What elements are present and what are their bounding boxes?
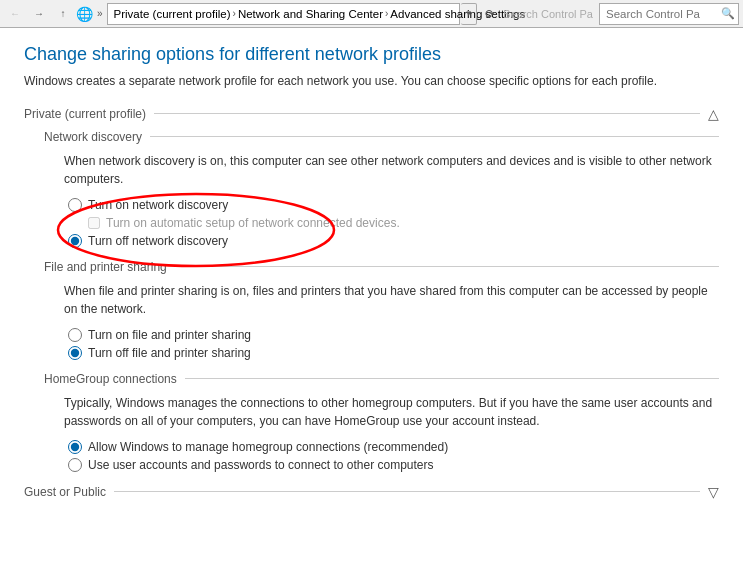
refresh-button[interactable]: ⟳	[479, 3, 501, 25]
hg-auto-label: Allow Windows to manage homegroup connec…	[88, 440, 448, 454]
section-private-chevron[interactable]: △	[708, 106, 719, 122]
main-content: Change sharing options for different net…	[0, 28, 743, 567]
homegroup-info: Typically, Windows manages the connectio…	[64, 394, 719, 430]
hg-manual-label: Use user accounts and passwords to conne…	[88, 458, 434, 472]
homegroup-label: HomeGroup connections	[44, 372, 177, 386]
breadcrumb-bar: Private (current profile) › Network and …	[107, 3, 461, 25]
nd-on-label: Turn on network discovery	[88, 198, 228, 212]
file-printer-line	[175, 266, 719, 267]
section-guest-line	[114, 491, 700, 492]
file-printer-radio-group: Turn on file and printer sharing Turn of…	[64, 328, 719, 360]
file-printer-body: When file and printer sharing is on, fil…	[44, 282, 719, 360]
nd-off-label: Turn off network discovery	[88, 234, 228, 248]
fps-off-option[interactable]: Turn off file and printer sharing	[68, 346, 719, 360]
network-discovery-line	[150, 136, 719, 137]
nd-on-radio[interactable]	[68, 198, 82, 212]
nd-off-option[interactable]: Turn off network discovery	[68, 234, 719, 248]
section-guest-header: Guest or Public ▽	[24, 484, 719, 500]
homegroup-line	[185, 378, 719, 379]
nd-auto-setup-label: Turn on automatic setup of network conne…	[106, 216, 400, 230]
file-printer-header: File and printer sharing	[44, 260, 719, 274]
forward-button[interactable]: →	[28, 3, 50, 25]
breadcrumb-sep-0: »	[97, 8, 103, 19]
up-button[interactable]: ↑	[52, 3, 74, 25]
fps-on-option[interactable]: Turn on file and printer sharing	[68, 328, 719, 342]
hg-auto-option[interactable]: Allow Windows to manage homegroup connec…	[68, 440, 719, 454]
network-discovery-body: When network discovery is on, this compu…	[44, 152, 719, 248]
network-discovery-info: When network discovery is on, this compu…	[64, 152, 719, 188]
nd-on-option[interactable]: Turn on network discovery	[68, 198, 719, 212]
breadcrumb-dropdown-btn[interactable]: ▼	[461, 3, 477, 25]
network-discovery-label: Network discovery	[44, 130, 142, 144]
search-input[interactable]	[599, 3, 739, 25]
network-discovery-header: Network discovery	[44, 130, 719, 144]
nd-off-radio[interactable]	[68, 234, 82, 248]
fps-on-label: Turn on file and printer sharing	[88, 328, 251, 342]
section-private-header: Private (current profile) △	[24, 106, 719, 122]
address-bar: ← → ↑ 🌐 » Private (current profile) › Ne…	[0, 0, 743, 28]
homegroup-body: Typically, Windows manages the connectio…	[44, 394, 719, 472]
page-title: Change sharing options for different net…	[24, 44, 719, 65]
section-private-line	[154, 113, 700, 114]
back-button[interactable]: ←	[4, 3, 26, 25]
nd-auto-setup-checkbox	[88, 217, 100, 229]
section-guest-chevron[interactable]: ▽	[708, 484, 719, 500]
hg-auto-radio[interactable]	[68, 440, 82, 454]
sep-1: ›	[233, 8, 236, 19]
fps-off-radio[interactable]	[68, 346, 82, 360]
breadcrumb-network-internet[interactable]: Private (current profile)	[114, 8, 231, 20]
hg-manual-option[interactable]: Use user accounts and passwords to conne…	[68, 458, 719, 472]
nd-auto-setup-option: Turn on automatic setup of network conne…	[68, 216, 719, 230]
homegroup-header: HomeGroup connections	[44, 372, 719, 386]
search-label: Search Control Pa	[503, 8, 593, 20]
section-guest-label: Guest or Public	[24, 485, 106, 499]
search-wrapper: 🔍	[599, 3, 739, 25]
file-printer-label: File and printer sharing	[44, 260, 167, 274]
network-icon: 🌐	[76, 6, 93, 22]
section-private-label: Private (current profile)	[24, 107, 146, 121]
fps-off-label: Turn off file and printer sharing	[88, 346, 251, 360]
fps-on-radio[interactable]	[68, 328, 82, 342]
hg-manual-radio[interactable]	[68, 458, 82, 472]
homegroup-radio-group: Allow Windows to manage homegroup connec…	[64, 440, 719, 472]
network-discovery-options: Turn on network discovery Turn on automa…	[64, 198, 719, 248]
file-printer-info: When file and printer sharing is on, fil…	[64, 282, 719, 318]
section-private-body: Network discovery When network discovery…	[24, 130, 719, 472]
network-discovery-radio-group: Turn on network discovery Turn on automa…	[64, 198, 719, 248]
breadcrumb-sharing-center[interactable]: Network and Sharing Center	[238, 8, 383, 20]
page-description: Windows creates a separate network profi…	[24, 73, 719, 90]
sep-2: ›	[385, 8, 388, 19]
